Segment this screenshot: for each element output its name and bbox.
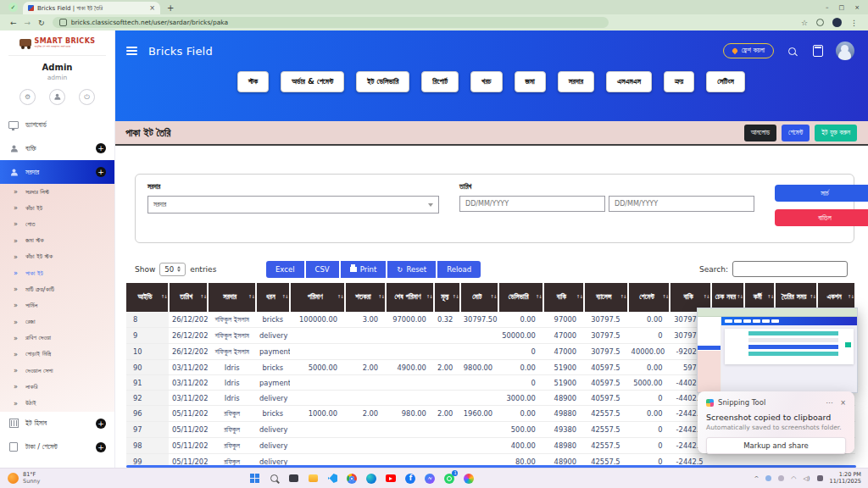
column-header[interactable]: তারিখ↑↓ bbox=[169, 283, 208, 312]
weather-widget[interactable]: 81°F Sunny bbox=[0, 472, 109, 485]
calculator-icon[interactable] bbox=[810, 42, 826, 59]
sardar-select[interactable]: সরদার bbox=[147, 196, 439, 214]
tray-chevron-icon[interactable]: ^ bbox=[754, 475, 759, 482]
vscode-icon[interactable] bbox=[326, 473, 338, 485]
sidebar-subitem[interactable]: »রাবিশ দেওয়া bbox=[0, 330, 114, 347]
sidebar-item-sardar[interactable]: সরদার + bbox=[0, 160, 114, 184]
column-header[interactable]: মোট↑↓ bbox=[460, 283, 498, 312]
plus-icon[interactable]: + bbox=[96, 442, 106, 452]
snipping-tool-notification[interactable]: Snipping Tool ⋯ × Screenshot copied to c… bbox=[698, 391, 854, 453]
facebook-icon[interactable]: f bbox=[404, 473, 416, 485]
browser-beta-icon[interactable] bbox=[463, 473, 475, 485]
profile-icon[interactable] bbox=[49, 89, 65, 105]
volume-icon[interactable]: ◁) bbox=[803, 475, 810, 482]
column-header[interactable]: ডেলিভারি↑↓ bbox=[498, 283, 543, 312]
sidebar-subitem[interactable]: »জমা স্টক bbox=[0, 233, 114, 249]
table-search-input[interactable] bbox=[732, 261, 848, 277]
sidebar-subitem[interactable]: »কাঁচা ইট স্টক bbox=[0, 249, 114, 265]
fresh-coal-button[interactable]: ফ্রেশ কয়লা bbox=[723, 43, 774, 58]
plus-icon[interactable]: + bbox=[96, 143, 106, 153]
notification-more-icon[interactable]: ⋯ bbox=[826, 399, 832, 407]
user-avatar[interactable] bbox=[836, 42, 854, 60]
address-bar[interactable]: bricks.classicsofttech.net/user/sardar/b… bbox=[53, 17, 609, 28]
plus-icon[interactable]: + bbox=[96, 419, 106, 429]
window-minimize-icon[interactable]: – bbox=[826, 4, 829, 11]
browser-menu-icon[interactable]: ⋮ bbox=[850, 19, 858, 27]
sidebar-item-person[interactable]: ব্যক্তি + bbox=[0, 136, 114, 160]
browser-tab[interactable]: Bricks Field | পাকা ইট তৈরি × bbox=[23, 2, 160, 14]
nav-button[interactable]: ক্রয় bbox=[664, 71, 694, 92]
payment-button[interactable]: পেমেন্ট bbox=[782, 125, 810, 141]
bookmark-star-icon[interactable]: ☆ bbox=[801, 19, 808, 27]
chrome-icon[interactable] bbox=[346, 473, 358, 485]
whatsapp-icon[interactable]: 1 bbox=[443, 473, 455, 485]
photos-app-icon[interactable] bbox=[287, 473, 299, 485]
window-maximize-icon[interactable]: □ bbox=[839, 4, 845, 11]
export-print-button[interactable]: Print bbox=[341, 261, 387, 278]
sidebar-subitem[interactable]: »লাকরি bbox=[0, 379, 114, 395]
sidebar-subitem[interactable]: »রেজা bbox=[0, 314, 114, 330]
column-header[interactable]: আইডি↑↓ bbox=[126, 283, 169, 312]
export-excel-button[interactable]: Excel bbox=[266, 261, 304, 278]
unload-button[interactable]: আনলোড bbox=[744, 125, 776, 141]
file-explorer-icon[interactable] bbox=[307, 473, 319, 485]
tray-app-icon[interactable] bbox=[778, 475, 784, 481]
column-header[interactable]: পেমেন্ট↑↓ bbox=[628, 283, 670, 312]
export-reset-button[interactable]: ↻Reset bbox=[387, 261, 436, 278]
sidebar-item-brick-account[interactable]: ইট হিসাব + bbox=[0, 412, 114, 435]
nav-button[interactable]: স্টক bbox=[237, 71, 269, 92]
messenger-icon[interactable] bbox=[424, 473, 436, 485]
nav-button[interactable]: রিপোর্ট bbox=[421, 71, 459, 92]
edge-icon[interactable] bbox=[365, 473, 377, 485]
date-from-input[interactable] bbox=[459, 196, 605, 212]
nav-button[interactable]: অর্ডার & পেমেন্ট bbox=[281, 71, 344, 92]
sidebar-subitem[interactable]: »সরদার লিস্ট bbox=[0, 184, 114, 200]
sidebar-subitem[interactable]: »পোড়াই মিস্ত্রি bbox=[0, 347, 114, 363]
site-settings-icon[interactable] bbox=[59, 19, 67, 26]
plus-icon[interactable]: + bbox=[96, 167, 106, 177]
markup-and-share-button[interactable]: Markup and share bbox=[706, 437, 846, 454]
sidebar-subitem[interactable]: »পাকা ইট bbox=[0, 265, 114, 281]
logout-power-icon[interactable]: ⏻ bbox=[79, 89, 95, 105]
sidebar-subitem[interactable]: »পার্মিল bbox=[0, 297, 114, 313]
nav-button[interactable]: জমা bbox=[515, 71, 546, 92]
column-header[interactable]: মূল্য↑↓ bbox=[434, 283, 460, 312]
back-icon[interactable]: ← bbox=[10, 19, 17, 27]
header-search-icon[interactable] bbox=[783, 42, 800, 59]
column-header[interactable]: ব্যালেন্স↑↓ bbox=[584, 283, 628, 312]
sidebar-item-money-payment[interactable]: টাকা / পেমেন্ট + bbox=[0, 435, 114, 459]
hamburger-menu-icon[interactable] bbox=[126, 47, 137, 55]
page-size-select[interactable]: 50 bbox=[159, 263, 186, 276]
taskbar-search-icon[interactable] bbox=[268, 473, 280, 485]
notification-close-icon[interactable]: × bbox=[840, 399, 846, 407]
browser-profile-avatar[interactable] bbox=[832, 18, 842, 27]
youtube-icon[interactable] bbox=[385, 473, 397, 485]
taskbar-clock[interactable]: 1:20 PM 11/11/2025 bbox=[830, 472, 861, 485]
column-header[interactable]: সরদার↑↓ bbox=[208, 283, 256, 312]
add-bricks-button[interactable]: ইট যুক্ত করুন bbox=[815, 125, 857, 141]
nav-button[interactable]: এসএমএস bbox=[606, 71, 652, 92]
tab-close-icon[interactable]: × bbox=[149, 4, 155, 12]
date-to-input[interactable] bbox=[609, 196, 754, 212]
new-tab-button[interactable]: + bbox=[167, 3, 174, 13]
windows-start-icon[interactable] bbox=[248, 473, 260, 485]
column-header[interactable]: ধরন↑↓ bbox=[256, 283, 290, 312]
wifi-icon[interactable]: ◠ bbox=[791, 475, 796, 482]
export-csv-button[interactable]: CSV bbox=[306, 261, 339, 278]
column-header[interactable]: পরিমাণ↑↓ bbox=[290, 283, 345, 312]
settings-gear-icon[interactable]: ⚙ bbox=[19, 89, 36, 105]
extensions-icon[interactable] bbox=[816, 19, 824, 26]
sidebar-subitem[interactable]: »মাটি ক্রয়/কাটি bbox=[0, 281, 114, 297]
sidebar-item-dashboard[interactable]: ড্যাশবোর্ড bbox=[0, 114, 114, 136]
network-icon[interactable] bbox=[765, 475, 771, 481]
camera-icon[interactable] bbox=[817, 475, 823, 481]
sidebar-subitem[interactable]: »গোত bbox=[0, 216, 114, 232]
column-header[interactable]: বাকি↑↓ bbox=[543, 283, 584, 312]
export-reload-button[interactable]: Reload bbox=[437, 261, 481, 278]
nav-button[interactable]: সেটিংস bbox=[706, 71, 745, 92]
tab-search-icon[interactable]: ✓ bbox=[8, 3, 18, 12]
column-header[interactable]: শতকরা↑↓ bbox=[345, 283, 386, 312]
forward-icon[interactable]: → bbox=[25, 19, 31, 27]
sidebar-subitem[interactable]: »দেওয়াল সেপা bbox=[0, 363, 114, 379]
column-header[interactable]: শেষ পরিমাণ↑↓ bbox=[386, 283, 434, 312]
